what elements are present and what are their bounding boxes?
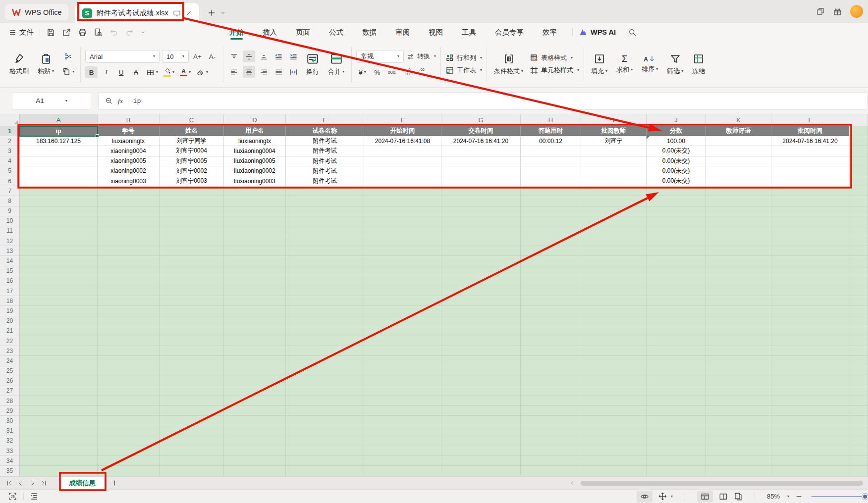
cell[interactable]: [224, 246, 286, 256]
cell[interactable]: [849, 176, 868, 186]
cell[interactable]: [224, 356, 286, 366]
cell[interactable]: [20, 306, 98, 316]
cell[interactable]: [771, 326, 849, 336]
cell[interactable]: [521, 366, 581, 376]
cell[interactable]: [849, 436, 868, 446]
cell[interactable]: [521, 246, 581, 256]
cell[interactable]: [441, 186, 521, 196]
cell[interactable]: [581, 276, 647, 286]
cell[interactable]: [98, 186, 160, 196]
cell[interactable]: [98, 226, 160, 236]
cell[interactable]: [20, 176, 98, 186]
cell[interactable]: [224, 376, 286, 386]
decrease-font-button[interactable]: A-: [206, 50, 218, 62]
cell[interactable]: [286, 466, 364, 476]
cell[interactable]: [706, 146, 771, 156]
cell[interactable]: [581, 386, 647, 396]
cell[interactable]: [849, 206, 868, 216]
cell[interactable]: [286, 266, 364, 276]
worksheet-button[interactable]: 工作表▾: [445, 66, 482, 75]
row-header[interactable]: 5: [0, 166, 20, 176]
cell[interactable]: [521, 216, 581, 226]
cell[interactable]: 刘宵宁0005: [160, 156, 224, 166]
cell[interactable]: [849, 446, 868, 456]
cell[interactable]: 批阅时间: [771, 126, 849, 136]
shrink-text-button[interactable]: [287, 66, 300, 78]
cell[interactable]: [521, 436, 581, 446]
cell[interactable]: [286, 276, 364, 286]
cell[interactable]: [849, 286, 868, 296]
row-header[interactable]: 11: [0, 226, 20, 236]
cell[interactable]: 183.160.127.125: [20, 136, 98, 146]
cell[interactable]: [441, 296, 521, 306]
cell[interactable]: [581, 316, 647, 326]
cell[interactable]: [98, 296, 160, 306]
cell[interactable]: [20, 226, 98, 236]
cell[interactable]: [521, 426, 581, 436]
cell[interactable]: [771, 446, 849, 456]
cell[interactable]: [581, 256, 647, 266]
cell[interactable]: [160, 386, 224, 396]
row-header[interactable]: 17: [0, 286, 20, 296]
cell[interactable]: [364, 346, 441, 356]
cell[interactable]: [286, 396, 364, 406]
cell[interactable]: [849, 326, 868, 336]
menu-tab[interactable]: 视图: [429, 23, 443, 41]
cell[interactable]: [441, 176, 521, 186]
cell[interactable]: [581, 366, 647, 376]
cell[interactable]: [98, 386, 160, 396]
decrease-decimal-button[interactable]: ←.0 .00: [401, 66, 413, 78]
cell[interactable]: [706, 176, 771, 186]
cell[interactable]: liuxiaoning0004: [224, 146, 286, 156]
cell[interactable]: [364, 186, 441, 196]
cell[interactable]: [98, 216, 160, 226]
cell[interactable]: [20, 406, 98, 416]
cell[interactable]: [521, 196, 581, 206]
save-icon[interactable]: [46, 28, 55, 37]
cell[interactable]: 附件考试: [286, 136, 364, 146]
cell[interactable]: [364, 306, 441, 316]
cell[interactable]: [20, 416, 98, 426]
cell[interactable]: [20, 426, 98, 436]
cell[interactable]: [98, 356, 160, 366]
cell[interactable]: [647, 386, 706, 396]
cell[interactable]: [581, 236, 647, 246]
cell[interactable]: [647, 336, 706, 346]
cell[interactable]: [98, 416, 160, 426]
cell[interactable]: [286, 246, 364, 256]
tab-list-chevron-icon[interactable]: [220, 10, 226, 16]
cell[interactable]: [98, 206, 160, 216]
cell[interactable]: [441, 146, 521, 156]
cell[interactable]: [286, 306, 364, 316]
menu-tab[interactable]: 工具: [462, 23, 476, 41]
cell[interactable]: 附件考试: [286, 176, 364, 186]
next-sheet-button[interactable]: [29, 480, 36, 487]
cell[interactable]: [581, 286, 647, 296]
cell[interactable]: [364, 456, 441, 466]
menu-tab[interactable]: 插入: [263, 23, 277, 41]
cell[interactable]: [521, 286, 581, 296]
cell[interactable]: [441, 236, 521, 246]
font-size-select[interactable]: 10▾: [162, 50, 189, 63]
cell[interactable]: [849, 266, 868, 276]
cell[interactable]: [771, 266, 849, 276]
cell[interactable]: [160, 246, 224, 256]
monitor-icon[interactable]: [173, 9, 181, 17]
cell[interactable]: 开始时间: [364, 126, 441, 136]
cell[interactable]: [98, 276, 160, 286]
cell[interactable]: [286, 206, 364, 216]
column-header[interactable]: E: [286, 114, 364, 126]
row-header[interactable]: 7: [0, 186, 20, 196]
cell[interactable]: [441, 456, 521, 466]
cell[interactable]: [647, 446, 706, 456]
cell[interactable]: [581, 306, 647, 316]
cell[interactable]: [286, 256, 364, 266]
cell[interactable]: [364, 196, 441, 206]
cell[interactable]: [771, 436, 849, 446]
cell[interactable]: 0.00(未交): [647, 176, 706, 186]
cell[interactable]: [364, 466, 441, 476]
cell[interactable]: [98, 256, 160, 266]
cell[interactable]: xiaoning0004: [98, 146, 160, 156]
cell[interactable]: [647, 216, 706, 226]
cell[interactable]: [224, 216, 286, 226]
